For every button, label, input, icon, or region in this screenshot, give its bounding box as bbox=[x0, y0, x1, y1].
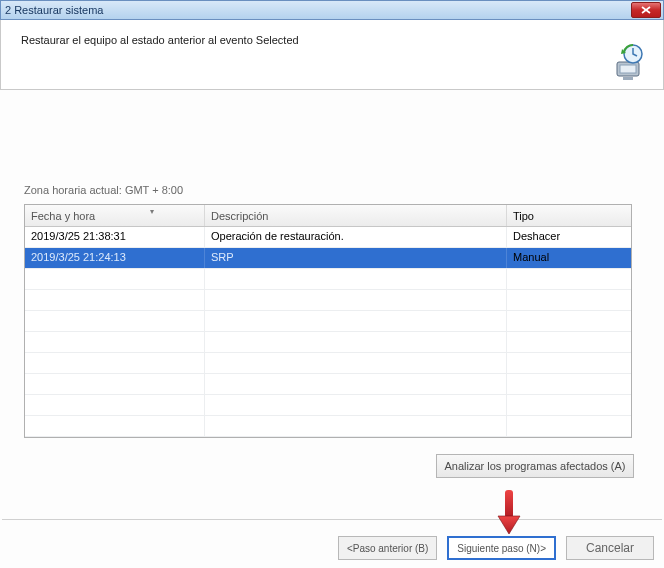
table-row[interactable] bbox=[25, 353, 631, 374]
svg-rect-7 bbox=[505, 490, 513, 518]
main-area: Zona horaria actual: GMT + 8:00 Fecha y … bbox=[0, 90, 664, 478]
table-row[interactable] bbox=[25, 416, 631, 437]
column-header-type-label: Tipo bbox=[513, 210, 534, 222]
table-row[interactable] bbox=[25, 395, 631, 416]
close-icon bbox=[641, 6, 651, 14]
cell-description: SRP bbox=[205, 248, 507, 268]
table-body: 2019/3/25 21:38:31 Operación de restaura… bbox=[25, 227, 631, 437]
header-panel: Restaurar el equipo al estado anterior a… bbox=[0, 20, 664, 90]
cell-type: Manual bbox=[507, 248, 629, 268]
cancel-button[interactable]: Cancelar bbox=[566, 536, 654, 560]
header-text: Restaurar el equipo al estado anterior a… bbox=[21, 34, 643, 46]
table-row[interactable] bbox=[25, 332, 631, 353]
close-button[interactable] bbox=[631, 2, 661, 18]
table-row[interactable]: 2019/3/25 21:38:31 Operación de restaura… bbox=[25, 227, 631, 248]
footer-divider bbox=[2, 519, 662, 520]
system-restore-icon bbox=[609, 42, 649, 82]
svg-rect-4 bbox=[623, 77, 633, 80]
table-row[interactable] bbox=[25, 311, 631, 332]
restore-point-table: Fecha y hora ▾ Descripción Tipo 2019/3/2… bbox=[24, 204, 632, 438]
analyze-affected-button[interactable]: Analizar los programas afectados (A) bbox=[436, 454, 634, 478]
table-row[interactable] bbox=[25, 269, 631, 290]
cell-datetime: 2019/3/25 21:38:31 bbox=[25, 227, 205, 247]
column-header-datetime-label: Fecha y hora bbox=[31, 210, 95, 222]
column-header-datetime[interactable]: Fecha y hora ▾ bbox=[25, 205, 205, 226]
table-row[interactable]: 2019/3/25 21:24:13 SRP Manual bbox=[25, 248, 631, 269]
annotation-arrow-icon bbox=[494, 488, 524, 536]
cell-datetime: 2019/3/25 21:24:13 bbox=[25, 248, 205, 268]
prev-step-button[interactable]: <Paso anterior (B) bbox=[338, 536, 437, 560]
svg-rect-3 bbox=[620, 65, 636, 73]
table-header: Fecha y hora ▾ Descripción Tipo bbox=[25, 205, 631, 227]
column-header-description-label: Descripción bbox=[211, 210, 268, 222]
cell-description: Operación de restauración. bbox=[205, 227, 507, 247]
cell-type: Deshacer bbox=[507, 227, 629, 247]
table-row[interactable] bbox=[25, 374, 631, 395]
column-header-type[interactable]: Tipo bbox=[507, 205, 629, 226]
next-step-button[interactable]: Siguiente paso (N)> bbox=[447, 536, 556, 560]
timezone-label: Zona horaria actual: GMT + 8:00 bbox=[24, 184, 640, 196]
table-row[interactable] bbox=[25, 290, 631, 311]
column-header-description[interactable]: Descripción bbox=[205, 205, 507, 226]
wizard-footer: <Paso anterior (B) Siguiente paso (N)> C… bbox=[338, 536, 654, 560]
window-title: 2 Restaurar sistema bbox=[5, 4, 103, 16]
sort-indicator-icon: ▾ bbox=[150, 207, 154, 216]
titlebar: 2 Restaurar sistema bbox=[0, 0, 664, 20]
